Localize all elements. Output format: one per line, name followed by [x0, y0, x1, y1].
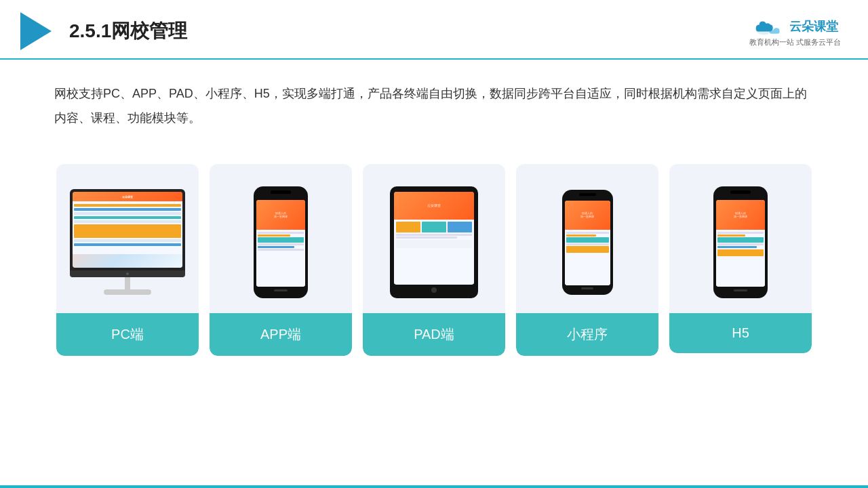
card-miniprogram-image: 职通人的第一堂网课 [516, 164, 658, 313]
play-icon [20, 12, 52, 50]
card-h5-image: 职通人的第一堂网课 [669, 164, 812, 313]
card-app-image: 职通人的第一堂网课 [210, 164, 352, 313]
description-text: 网校支持PC、APP、PAD、小程序、H5，实现多端打通，产品各终端自由切换，数… [0, 60, 868, 144]
tablet-device: 云朵课堂 [390, 186, 478, 298]
card-pad: 云朵课堂 [363, 164, 505, 356]
logo-area: 云朵课堂 教育机构一站 式服务云平台 [749, 16, 841, 47]
card-pc-label: PC端 [56, 313, 199, 356]
card-app-label: APP端 [210, 313, 352, 356]
card-miniprogram: 职通人的第一堂网课 小程序 [516, 164, 658, 356]
logo-text: 云朵课堂 [789, 18, 838, 35]
card-h5-label: H5 [669, 313, 812, 353]
cloud-logo-icon [751, 16, 785, 37]
header: 2.5.1网校管理 云朵课堂 教育机构一站 式服务云平台 [0, 0, 868, 60]
card-miniprogram-label: 小程序 [516, 313, 658, 356]
card-pc-image: 云朵课堂 [56, 164, 199, 313]
card-app: 职通人的第一堂网课 APP端 [210, 164, 352, 356]
phone-app-device: 职通人的第一堂网课 [254, 186, 308, 298]
header-left: 2.5.1网校管理 [20, 12, 187, 50]
card-pad-image: 云朵课堂 [363, 164, 505, 313]
card-pc: 云朵课堂 [56, 164, 199, 356]
page-title: 2.5.1网校管理 [69, 18, 187, 44]
logo-cloud: 云朵课堂 [751, 16, 838, 37]
card-pad-label: PAD端 [363, 313, 505, 356]
logo-subtitle: 教育机构一站 式服务云平台 [749, 37, 841, 47]
phone-mini-device: 职通人的第一堂网课 [562, 190, 613, 295]
phone-h5-device: 职通人的第一堂网课 [713, 186, 768, 298]
card-h5: 职通人的第一堂网课 H5 [669, 164, 812, 353]
monitor-device: 云朵课堂 [70, 189, 185, 295]
cards-container: 云朵课堂 [0, 150, 868, 369]
bottom-line [0, 485, 868, 488]
